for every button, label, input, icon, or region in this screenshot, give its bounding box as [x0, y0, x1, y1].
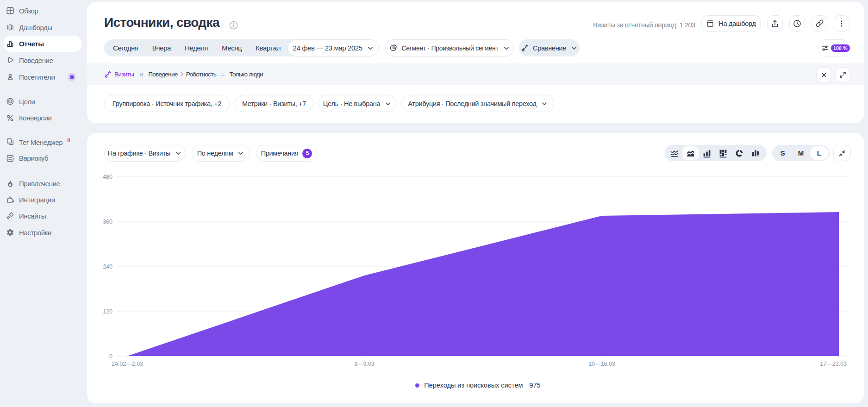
svg-text:120: 120 — [103, 308, 112, 315]
svg-text:240: 240 — [103, 263, 112, 270]
svg-text:480: 480 — [103, 174, 112, 180]
svg-text:360: 360 — [103, 219, 112, 225]
svg-text:0: 0 — [109, 353, 112, 360]
svg-text:17—23.03: 17—23.03 — [820, 361, 847, 367]
svg-text:10—16.03: 10—16.03 — [588, 361, 615, 367]
svg-text:24.02—2.03: 24.02—2.03 — [112, 361, 143, 367]
svg-text:3—9.03: 3—9.03 — [354, 361, 375, 367]
